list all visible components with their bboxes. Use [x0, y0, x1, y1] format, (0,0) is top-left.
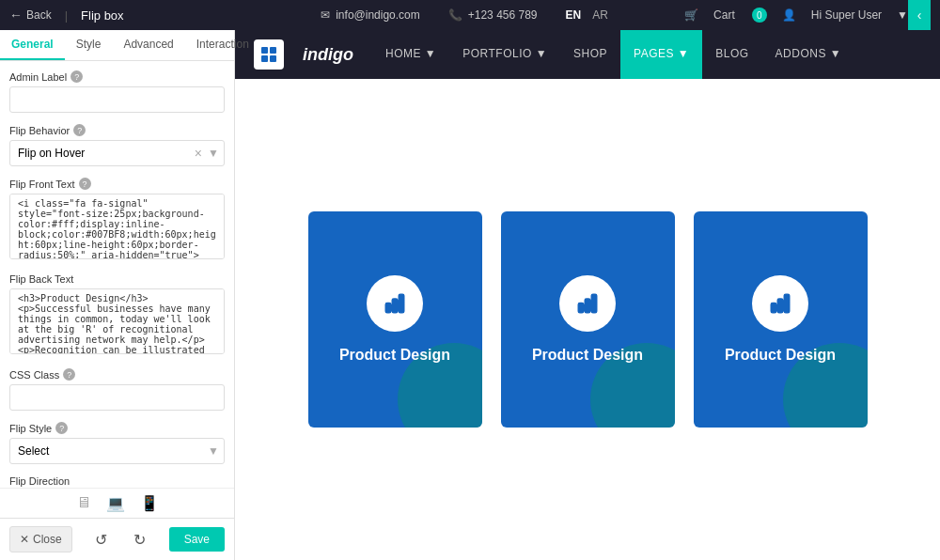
back-button[interactable]: ← Back: [9, 8, 52, 23]
admin-label-label: Admin Label ?: [9, 70, 225, 83]
admin-label-group: Admin Label ?: [9, 70, 225, 113]
contact-email: ✉ info@indigo.com: [321, 8, 420, 22]
flip-back-text-input[interactable]: <h3>Product Design</h3><p>Successful bus…: [9, 288, 225, 354]
sidebar-tabs: General Style Advanced Interaction: [0, 30, 234, 61]
flip-direction-group: Flip Direction Right Left Up Down × ▼: [9, 475, 225, 488]
svg-rect-2: [261, 55, 268, 62]
flip-style-select-wrapper: Select Style 1 Style 2 ▼: [9, 438, 225, 464]
flip-card-2[interactable]: Product Design: [501, 211, 675, 428]
back-label: Back: [26, 8, 52, 22]
nav-bar: indigo HOME ▼ PORTFOLIO ▼ SHOP PAGES ▼ B…: [235, 30, 940, 79]
svg-rect-1: [270, 47, 276, 54]
cart-count: 0: [752, 8, 767, 23]
lang-en[interactable]: EN: [566, 8, 582, 22]
flip-behavior-help-icon[interactable]: ?: [73, 124, 86, 136]
flip-behavior-select-wrapper: Flip on Hover Flip on Click × ▼: [9, 140, 225, 166]
tab-advanced[interactable]: Advanced: [112, 30, 184, 60]
flip-direction-label: Flip Direction: [9, 475, 225, 487]
footer-tablet-icon[interactable]: 💻: [106, 494, 125, 512]
flip-card-1[interactable]: Product Design: [308, 211, 482, 428]
card-label-1: Product Design: [339, 347, 450, 364]
flip-card-3[interactable]: Product Design: [694, 211, 868, 428]
email-icon: ✉: [321, 8, 330, 22]
close-x-icon: ✕: [20, 533, 29, 546]
card-icon-1: [367, 275, 423, 332]
cart-icon: 🛒: [684, 8, 698, 22]
card-icon-3: [752, 275, 808, 332]
nav-shop[interactable]: SHOP: [560, 30, 620, 79]
flip-behavior-group: Flip Behavior ? Flip on Hover Flip on Cl…: [9, 124, 225, 166]
css-class-input[interactable]: [9, 384, 225, 411]
flip-front-text-help-icon[interactable]: ?: [79, 178, 91, 190]
flip-cards-row: Product Design Product Design: [308, 211, 868, 428]
flip-style-label: Flip Style ?: [9, 422, 225, 434]
flip-style-select[interactable]: Select Style 1 Style 2: [9, 438, 225, 464]
nav-addons[interactable]: ADDONS ▼: [762, 30, 855, 79]
user-icon: 👤: [782, 8, 796, 22]
back-arrow-icon: ←: [9, 8, 23, 23]
flip-front-text-input[interactable]: <i class="fa fa-signal" style="font-size…: [9, 194, 225, 259]
flip-style-help-icon[interactable]: ?: [55, 422, 68, 434]
flip-front-text-group: Flip Front Text ? <i class="fa fa-signal…: [9, 178, 225, 262]
flip-behavior-select[interactable]: Flip on Hover Flip on Click: [9, 140, 225, 166]
user-label[interactable]: Hi Super User: [811, 8, 882, 22]
admin-label-input[interactable]: [9, 86, 225, 113]
logo-text: indigo: [303, 45, 353, 65]
save-button[interactable]: Save: [169, 527, 225, 552]
footer-mobile-icon[interactable]: 📱: [140, 494, 159, 512]
tab-general[interactable]: General: [0, 30, 65, 60]
flip-behavior-label: Flip Behavior ?: [9, 124, 225, 136]
close-button[interactable]: ✕ Close: [9, 526, 72, 552]
undo-button[interactable]: ↺: [91, 527, 111, 552]
tab-interaction[interactable]: Interaction: [185, 30, 260, 60]
sidebar-footer: ✕ Close ↺ ↻ Save: [0, 518, 234, 560]
css-class-help-icon[interactable]: ?: [63, 368, 75, 381]
card-label-3: Product Design: [725, 347, 836, 364]
flip-back-text-group: Flip Back Text <h3>Product Design</h3><p…: [9, 273, 225, 357]
footer-desktop-icon[interactable]: 🖥: [76, 494, 91, 512]
flip-style-group: Flip Style ? Select Style 1 Style 2 ▼: [9, 422, 225, 464]
svg-rect-3: [270, 55, 276, 62]
user-dropdown-icon[interactable]: ▼: [897, 8, 908, 22]
flip-front-text-label: Flip Front Text ?: [9, 178, 225, 190]
sidebar: General Style Advanced Interaction Admin…: [0, 30, 235, 560]
language-switcher[interactable]: EN AR: [566, 8, 608, 22]
sidebar-content: Admin Label ? Flip Behavior ? Flip on Ho…: [0, 61, 234, 488]
tab-style[interactable]: Style: [65, 30, 113, 60]
admin-label-help-icon[interactable]: ?: [70, 70, 83, 83]
nav-blog[interactable]: BLOG: [702, 30, 761, 79]
page-canvas: Product Design Product Design: [235, 79, 940, 560]
contact-phone: 📞 +123 456 789: [448, 8, 538, 22]
main-content: indigo HOME ▼ PORTFOLIO ▼ SHOP PAGES ▼ B…: [235, 30, 940, 560]
flip-back-text-label: Flip Back Text: [9, 273, 225, 285]
lang-ar[interactable]: AR: [592, 8, 608, 22]
nav-portfolio[interactable]: PORTFOLIO ▼: [449, 30, 560, 79]
phone-icon: 📞: [448, 8, 462, 22]
sidebar-toggle[interactable]: ‹: [908, 0, 931, 30]
flip-behavior-clear-icon[interactable]: ×: [195, 146, 202, 161]
breadcrumb-separator: |: [65, 8, 68, 23]
svg-rect-0: [261, 47, 268, 54]
page-title: Flip box: [81, 8, 124, 23]
cart-label[interactable]: Cart: [713, 8, 735, 22]
css-class-label: CSS Class ?: [9, 368, 225, 381]
nav-pages[interactable]: PAGES ▼: [620, 30, 702, 79]
css-class-group: CSS Class ?: [9, 368, 225, 411]
nav-home[interactable]: HOME ▼: [372, 30, 449, 79]
card-label-2: Product Design: [532, 347, 643, 364]
nav-items: HOME ▼ PORTFOLIO ▼ SHOP PAGES ▼ BLOG ADD…: [372, 30, 921, 79]
card-icon-2: [559, 275, 616, 332]
redo-button[interactable]: ↻: [130, 527, 149, 552]
